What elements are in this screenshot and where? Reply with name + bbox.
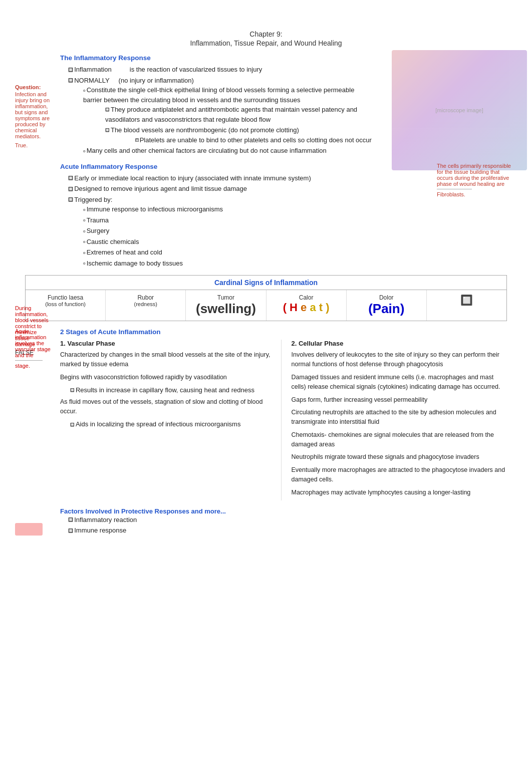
stage1-col: 1. Vascular Phase Characterized by chang…: [60, 340, 282, 500]
stage1-num: 1. Vascular Phase: [60, 340, 276, 347]
ai-bullet-1: Early or immediate local reaction to inj…: [68, 173, 372, 183]
inflammatory-response-heading: The Inflammatory Response: [60, 54, 372, 62]
dolor-latin: Dolor: [350, 294, 423, 301]
factors-bullet-1: Inflammatory reaction: [68, 515, 507, 525]
ir-sub-list: Constitute the single cell-thick epithel…: [83, 85, 372, 156]
ir-sub-sub-list: They produce antiplatelet and antithromb…: [105, 105, 372, 145]
fibroblasts-blank: [437, 189, 517, 189]
cardinal-signs-heading: Cardinal Signs of Inflammation: [26, 276, 506, 290]
functio-latin: Functio laesa: [29, 294, 102, 301]
stage1-sub1: Results in increase in capillary flow, c…: [70, 385, 276, 395]
factors-bullet-2: Immune response: [68, 526, 507, 536]
cardinal-table: Functio laesa (loss of function) Rubor (…: [26, 290, 506, 321]
fibroblasts-text: The cells primarily responsible for the …: [437, 163, 517, 187]
sidebar-question: Question: Infection and injury bring on …: [15, 84, 56, 148]
sidebar-stages-note: Acute inflammation involves the vascular…: [15, 328, 53, 369]
microscope-image: [microscope image]: [392, 50, 527, 170]
chapter-title-line2: Inflammation, Tissue Repair, and Wound H…: [15, 39, 517, 47]
trigger-1: Immune response to infectious microorgan…: [83, 204, 372, 214]
ai-bullet-2: Designed to remove injurious agent and l…: [68, 184, 372, 194]
stage2-p2: Damaged tissues and resident immune cell…: [292, 373, 507, 392]
dolor-display: (Pain): [350, 301, 423, 317]
fibroblasts-answer: Fibroblasts.: [437, 191, 517, 197]
cardinal-calor: Calor ( H e a t ): [267, 290, 347, 321]
tumor-display: (swelling): [189, 301, 262, 317]
stage1-sub2: Aids in localizing the spread of infecti…: [70, 419, 276, 429]
acute-inflammatory-heading: Acute Inflammatory Response: [60, 163, 372, 170]
stage1-p1: Characterized by changes in the small bl…: [60, 350, 276, 370]
stages-note-answer: stage.: [15, 363, 53, 369]
ai-triggered-list: Immune response to infectious microorgan…: [83, 204, 372, 268]
cardinal-icon: 🔲: [430, 294, 503, 306]
cardinal-signs-container: Cardinal Signs of Inflammation Functio l…: [25, 275, 507, 321]
ir-sub-1: Constitute the single cell-thick epithel…: [83, 85, 372, 145]
stage2-col: 2. Cellular Phase Involves delivery of l…: [287, 340, 507, 500]
ir-sub-sub-1: They produce antiplatelet and antithromb…: [105, 105, 372, 124]
cardinal-tumor: Tumor (swelling): [186, 290, 266, 321]
rubor-latin: Rubor: [109, 294, 182, 301]
stage2-p7: Eventually more macrophages are attracte…: [292, 465, 507, 485]
calor-display: ( H e a t ): [270, 301, 343, 314]
pink-highlight-box: [15, 523, 43, 536]
stage2-p6: Neutrophils migrate toward these signals…: [292, 452, 507, 462]
sidebar-fibroblasts: The cells primarily responsible for the …: [437, 163, 517, 197]
chapter-title-line1: Chapter 9:: [15, 30, 517, 38]
ai-bullet-3: Triggered by: Immune response to infecti…: [68, 195, 372, 269]
ir-l4-list: Platelets are unable to bind to other pl…: [135, 135, 372, 145]
question-text: Infection and injury bring on inflammati…: [15, 91, 56, 139]
stages-container: 1. Vascular Phase Characterized by chang…: [60, 340, 507, 500]
factors-heading-text: Factors Involved in Protective Responses…: [60, 507, 203, 515]
ir-sub-sub-2: The blood vessels are nonthrombogenic (d…: [105, 125, 372, 145]
ir-sub-2: Many cells and other chemical factors ar…: [83, 146, 372, 156]
factors-heading: Factors Involved in Protective Responses…: [60, 507, 507, 515]
rubor-english: (redness): [109, 301, 182, 307]
stages-heading: 2 Stages of Acute Inflammation: [60, 328, 507, 336]
image-placeholder-label: [microscope image]: [392, 50, 527, 170]
ir-bullet-1: Inflammation is the reaction of vascular…: [68, 65, 372, 75]
stage1-sub-list: Results in increase in capillary flow, c…: [70, 385, 276, 395]
factors-more: more...: [204, 507, 226, 515]
stage1-sub-list2: Aids in localizing the spread of infecti…: [70, 419, 276, 429]
stage2-num: 2. Cellular Phase: [292, 340, 507, 347]
trigger-3: Surgery: [83, 226, 372, 236]
tumor-latin: Tumor: [189, 294, 262, 301]
factors-list: Inflammatory reaction Immune response: [68, 515, 507, 536]
inflammatory-response-list: Inflammation is the reaction of vascular…: [68, 65, 372, 156]
stage2-p3: Gaps form, further increasing vessel per…: [292, 395, 507, 405]
trigger-6: Ischemic damage to body tissues: [83, 258, 372, 269]
trigger-5: Extremes of heat and cold: [83, 247, 372, 257]
stages-note-text: Acute inflammation involves the vascular…: [15, 328, 53, 358]
cardinal-icon-cell: 🔲: [427, 290, 506, 321]
trigger-2: Trauma: [83, 215, 372, 225]
cardinal-rubor: Rubor (redness): [106, 290, 186, 321]
ir-l4-1: Platelets are unable to bind to other pl…: [135, 135, 372, 145]
stage2-p8: Macrophages may activate lymphocytes cau…: [292, 488, 507, 497]
cardinal-dolor: Dolor (Pain): [347, 290, 427, 321]
trigger-4: Caustic chemicals: [83, 237, 372, 247]
stage1-p3: As fluid moves out of the vessels, stagn…: [60, 397, 276, 417]
acute-inflammatory-list: Early or immediate local reaction to inj…: [68, 173, 372, 269]
stage2-p5: Chemotaxis- chemokines are signal molecu…: [292, 430, 507, 450]
question-label: Question:: [15, 84, 56, 90]
question-answer: True.: [15, 142, 56, 148]
calor-latin: Calor: [270, 294, 343, 301]
ir-bullet-2: NORMALLY (no injury or inflammation) Con…: [68, 76, 372, 156]
stage2-p1: Involves delivery of leukocytes to the s…: [292, 350, 507, 370]
stage2-p4: Circulating neutrophils are attached to …: [292, 408, 507, 427]
stage1-p2: Begins with vasoconstriction followed ra…: [60, 373, 276, 382]
